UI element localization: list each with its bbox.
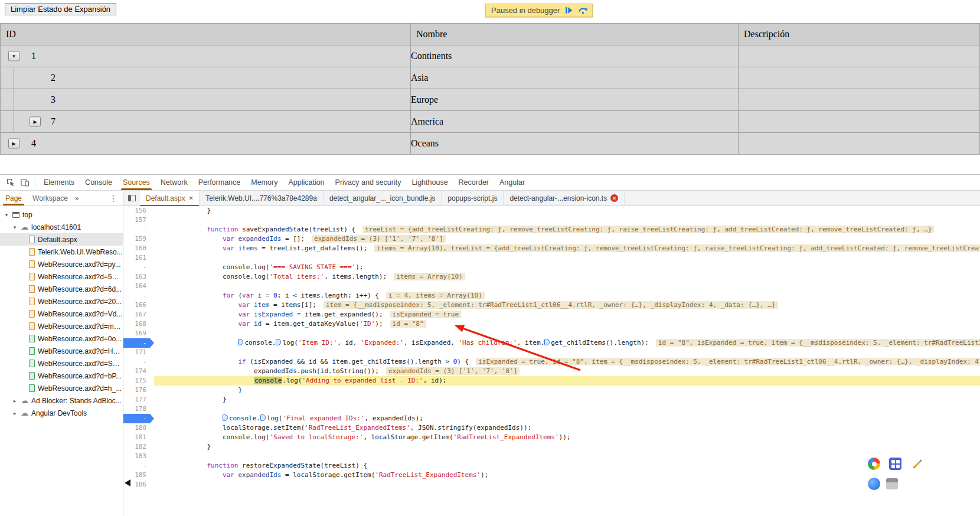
close-tab-icon[interactable]: × [189, 194, 194, 203]
tree-item-webresource-axd-d-5n[interactable]: WebResource.axd?d=5N... [0, 270, 123, 283]
tree-item-webresource-axd-d-m4[interactable]: WebResource.axd?d=m4... [0, 320, 123, 332]
collapse-row-button[interactable]: ▼ [8, 51, 19, 61]
twisty-open-icon[interactable]: ▾ [12, 224, 18, 230]
inline-breakpoint-icon[interactable] [260, 414, 266, 421]
line-number[interactable]: 175 [123, 376, 154, 386]
panel-tab-elements[interactable]: Elements [38, 175, 80, 190]
panel-tab-lighthouse[interactable]: Lighthouse [406, 175, 453, 190]
code-line-159: 159 var expandedIds = [];expandedIds = (… [123, 234, 980, 244]
line-number[interactable]: 161 [123, 253, 154, 263]
tree-item-default-aspx[interactable]: Default.aspx [0, 233, 123, 246]
file-tab-default-aspx[interactable]: Default.aspx× [140, 191, 200, 205]
tree-item-webresource-axd-d-20[interactable]: WebResource.axd?d=20... [0, 295, 123, 308]
line-number[interactable]: 181 [123, 433, 154, 442]
clear-expansion-state-button[interactable]: Limpiar Estado de Expansión [5, 3, 116, 15]
pencil-extension-icon[interactable] [911, 458, 924, 471]
resume-script-icon[interactable] [564, 6, 573, 15]
navigator-menu-icon[interactable]: ⋮ [104, 194, 123, 203]
line-number[interactable]: 168 [123, 319, 154, 329]
inline-breakpoint-icon[interactable] [276, 339, 281, 345]
navigator-tab-workspace[interactable]: Workspace [27, 191, 73, 205]
line-number[interactable]: - [123, 263, 154, 272]
code-token [250, 301, 254, 309]
line-number[interactable]: 160 [123, 244, 154, 253]
line-number[interactable]: 174 [123, 367, 154, 376]
twisty-closed-icon[interactable]: ▸ [12, 398, 18, 404]
inline-breakpoint-icon[interactable] [223, 414, 228, 421]
tree-item-webresource-axd-d-6d[interactable]: WebResource.axd?d=6d... [0, 283, 123, 295]
tree-item-top[interactable]: ▾top [0, 208, 123, 221]
tree-item-webresource-axd-d-vd[interactable]: WebResource.axd?d=Vd... [0, 308, 123, 320]
file-tab-detect-angular-icon-bundle-js[interactable]: detect_angular_..._icon_bundle.js [324, 191, 442, 205]
tree-item-webresource-axd-d-py[interactable]: WebResource.axd?d=py... [0, 258, 123, 270]
panel-tab-network[interactable]: Network [155, 175, 193, 190]
inline-breakpoint-icon[interactable] [544, 339, 550, 345]
tree-item-webresource-axd-d-sr[interactable]: WebResource.axd?d=SR... [0, 357, 123, 370]
file-tab-telerik-web-ui-776-3a78e4289a[interactable]: Telerik.Web.UI....776%3a78e4289a [200, 191, 324, 205]
colorful-wheel-icon[interactable] [868, 458, 880, 470]
line-number[interactable]: 166 [123, 301, 154, 310]
expand-row-button[interactable]: ▶ [30, 117, 41, 127]
tree-item-webresource-axd-d-h[interactable]: WebResource.axd?d=h_... [0, 382, 123, 394]
line-number[interactable]: 157 [123, 215, 154, 225]
blue-circle-extension-icon[interactable] [868, 478, 880, 490]
tree-item-ad-blocker-stands-adbloc[interactable]: ▸☁Ad Blocker: Stands AdBloc... [0, 394, 123, 407]
line-number[interactable]: 178 [123, 404, 154, 414]
twisty-open-icon[interactable]: ▾ [4, 212, 9, 218]
panel-tab-recorder[interactable]: Recorder [453, 175, 494, 190]
tree-item-label: top [22, 211, 32, 219]
line-number[interactable]: - [123, 461, 154, 471]
step-over-icon[interactable] [578, 6, 588, 15]
line-number[interactable]: 176 [123, 386, 154, 395]
breakpoint-marker[interactable]: - [123, 414, 154, 423]
tree-item-localhost-41601[interactable]: ▾☁localhost:41601 [0, 221, 123, 233]
panel-tab-console[interactable]: Console [80, 175, 117, 190]
panel-tab-angular[interactable]: Angular [494, 175, 530, 190]
panel-tab-performance[interactable]: Performance [193, 175, 246, 190]
file-tab-detect-angular-ension-icon-ts[interactable]: detect-angular-...ension-icon.ts× [504, 191, 625, 205]
line-number[interactable]: 169 [123, 329, 154, 338]
tree-item-webresource-axd-d-bp[interactable]: WebResource.axd?d=bP... [0, 370, 123, 382]
panel-tab-application[interactable]: Application [283, 175, 329, 190]
breakpoint-marker[interactable]: - [123, 338, 154, 348]
line-number[interactable]: 156 [123, 206, 154, 215]
navigator-toggle-icon[interactable] [123, 191, 140, 205]
blue-grid-extension-icon[interactable] [889, 458, 901, 470]
line-number[interactable]: 183 [123, 452, 154, 461]
inspect-element-icon[interactable] [4, 175, 18, 190]
line-number[interactable]: 159 [123, 234, 154, 244]
line-number[interactable]: 180 [123, 423, 154, 433]
panel-tab-memory[interactable]: Memory [246, 175, 283, 190]
tree-item-telerik-web-ui-webreso[interactable]: Telerik.Web.UI.WebReso... [0, 246, 123, 258]
tree-item-angular-devtools[interactable]: ▸☁Angular DevTools [0, 407, 123, 419]
navigator-tab-page[interactable]: Page [0, 191, 27, 205]
code-editor[interactable]: 156 }157- function saveExpandedState(tre… [123, 206, 980, 516]
code-token: ); [355, 263, 363, 271]
line-number[interactable]: 185 [123, 471, 154, 480]
inline-breakpoint-icon[interactable] [238, 339, 243, 345]
line-number[interactable]: - [123, 357, 154, 367]
line-number[interactable]: - [123, 225, 154, 234]
line-number[interactable]: 171 [123, 348, 154, 357]
panel-tab-sources[interactable]: Sources [117, 175, 155, 190]
tree-item-webresource-axd-d-hg[interactable]: WebResource.axd?d=HG... [0, 345, 123, 357]
line-number[interactable]: 167 [123, 310, 154, 319]
panel-tab-privacy-and-security[interactable]: Privacy and security [330, 175, 407, 190]
tree-item-webresource-axd-d-0o[interactable]: WebResource.axd?d=0o... [0, 332, 123, 345]
file-tab-popups-script-js[interactable]: popups-script.js [442, 191, 504, 205]
line-number[interactable]: 177 [123, 395, 154, 404]
line-number[interactable]: - [123, 291, 154, 301]
editor-scroll-left-arrow[interactable] [125, 479, 130, 486]
code-token [160, 292, 223, 299]
code-token: 'Has children:' [459, 339, 517, 347]
twisty-closed-icon[interactable]: ▸ [12, 410, 18, 416]
gray-extension-icon[interactable] [886, 478, 898, 489]
device-toolbar-icon[interactable] [18, 175, 32, 190]
line-number[interactable]: 182 [123, 442, 154, 452]
code-line-180: 180 localStorage.setItem('RadTreeList_Ex… [123, 423, 980, 433]
cell-nombre: Oceans [411, 133, 739, 155]
more-tabs-icon[interactable]: » [73, 194, 81, 203]
expand-row-button[interactable]: ▶ [8, 139, 19, 149]
line-number[interactable]: 163 [123, 272, 154, 282]
line-number[interactable]: 164 [123, 282, 154, 291]
